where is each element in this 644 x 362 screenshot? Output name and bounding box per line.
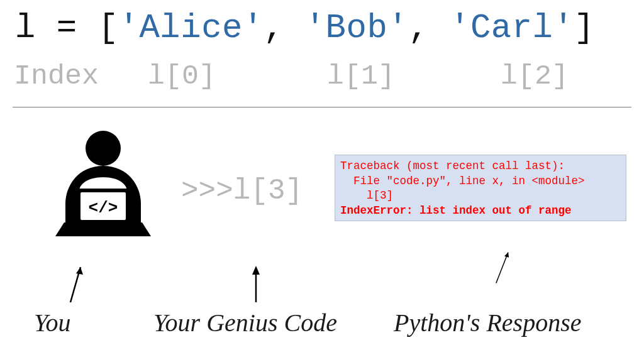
trace-error: IndexError: list index out of range bbox=[340, 204, 572, 217]
index-0: l[0] bbox=[148, 60, 216, 92]
svg-point-0 bbox=[86, 131, 121, 166]
programmer-icon: </> bbox=[40, 128, 166, 241]
caption-python: Python's Response bbox=[394, 308, 582, 337]
repl-expr: l[3] bbox=[233, 175, 303, 207]
svg-text:</>: </> bbox=[89, 199, 118, 217]
trace-line-1: Traceback (most recent call last): bbox=[340, 160, 565, 172]
caption-genius: Your Genius Code bbox=[153, 308, 337, 337]
divider-line bbox=[13, 107, 631, 107]
code-eq: = bbox=[57, 9, 77, 47]
repl-prompt: >>> bbox=[181, 175, 233, 207]
code-lbracket: [ bbox=[98, 9, 119, 47]
code-comma2: , bbox=[408, 9, 429, 47]
code-str-bob: 'Bob' bbox=[305, 9, 409, 47]
trace-line-2: File "code.py", line x, in <module> bbox=[340, 175, 585, 187]
svg-line-8 bbox=[496, 252, 508, 283]
arrow-genius bbox=[247, 261, 265, 305]
index-label: Index bbox=[14, 60, 99, 92]
repl-input: >>>l[3] bbox=[181, 175, 303, 207]
arrow-python bbox=[493, 244, 512, 288]
code-str-alice: 'Alice' bbox=[119, 9, 264, 47]
code-rbracket: ] bbox=[574, 9, 594, 47]
trace-line-3: l[3] bbox=[340, 189, 393, 202]
code-assignment-line: l = ['Alice', 'Bob', 'Carl'] bbox=[15, 9, 594, 47]
traceback-box: Traceback (most recent call last): File … bbox=[335, 155, 626, 221]
code-str-carl: 'Carl' bbox=[450, 9, 574, 47]
code-var: l bbox=[15, 9, 36, 47]
svg-marker-9 bbox=[504, 252, 509, 257]
arrow-you bbox=[67, 261, 86, 305]
code-comma1: , bbox=[264, 9, 284, 47]
index-1: l[1] bbox=[327, 60, 395, 92]
index-2: l[2] bbox=[501, 60, 569, 92]
svg-marker-7 bbox=[252, 266, 260, 275]
caption-you: You bbox=[34, 308, 71, 337]
